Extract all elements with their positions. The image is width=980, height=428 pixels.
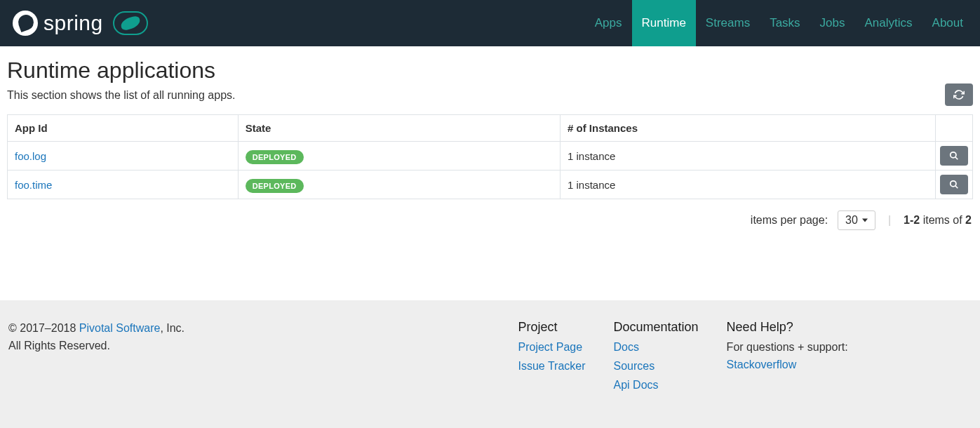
copyright-prefix: © 2017–2018: [8, 322, 79, 334]
per-page-select[interactable]: 30: [838, 210, 875, 230]
footer-docs: Documentation Docs Sources Api Docs: [614, 320, 699, 395]
items-per-page-label: items per page:: [751, 214, 828, 227]
nav-items: AppsRuntimeStreamsTasksJobsAnalyticsAbou…: [585, 0, 973, 46]
page-title: Runtime applications: [7, 58, 973, 83]
col-actions: [936, 115, 973, 142]
nav-item-runtime[interactable]: Runtime: [632, 0, 696, 46]
link-sources[interactable]: Sources: [614, 358, 699, 375]
nav-item-apps[interactable]: Apps: [585, 0, 632, 46]
pager-separator: |: [885, 214, 894, 227]
pagination: items per page: 30 | 1-2 items of 2: [7, 210, 973, 230]
table-header-row: App Id State # of Instances: [8, 115, 973, 142]
company-link[interactable]: Pivotal Software: [79, 322, 161, 334]
col-app-id: App Id: [8, 115, 239, 142]
per-page-value: 30: [845, 214, 858, 227]
docs-heading: Documentation: [614, 320, 699, 335]
refresh-button[interactable]: [945, 83, 973, 106]
company-suffix: , Inc.: [160, 322, 184, 334]
footer-help: Need Help? For questions + support: Stac…: [727, 320, 848, 395]
nav-item-analytics[interactable]: Analytics: [855, 0, 922, 46]
svg-point-2: [951, 181, 956, 187]
svg-line-3: [955, 186, 958, 189]
help-text: For questions + support:: [727, 339, 848, 356]
link-issue-tracker[interactable]: Issue Tracker: [518, 358, 586, 375]
nav-item-about[interactable]: About: [922, 0, 973, 46]
footer: © 2017–2018 Pivotal Software, Inc. All R…: [0, 300, 980, 428]
link-api-docs[interactable]: Api Docs: [614, 377, 699, 394]
caret-down-icon: [862, 218, 868, 223]
app-id-link[interactable]: foo.log: [15, 150, 46, 162]
table-row: foo.logDEPLOYED1 instance: [8, 142, 973, 170]
pager-items-word: items of: [920, 214, 965, 226]
svg-line-1: [955, 157, 958, 160]
apps-table: App Id State # of Instances foo.logDEPLO…: [7, 114, 973, 199]
link-docs[interactable]: Docs: [614, 339, 699, 356]
svg-point-0: [951, 152, 956, 158]
nav-item-jobs[interactable]: Jobs: [810, 0, 855, 46]
inspect-button[interactable]: [940, 175, 968, 194]
help-heading: Need Help?: [727, 320, 848, 335]
state-badge: DEPLOYED: [246, 179, 304, 193]
search-icon: [949, 180, 959, 189]
cloud-leaf-icon: [113, 11, 148, 35]
refresh-icon: [953, 89, 965, 100]
col-instances: # of Instances: [560, 115, 935, 142]
table-row: foo.timeDEPLOYED1 instance: [8, 170, 973, 199]
footer-copyright: © 2017–2018 Pivotal Software, Inc. All R…: [8, 320, 490, 395]
project-heading: Project: [518, 320, 586, 335]
link-project-page[interactable]: Project Page: [518, 339, 586, 356]
nav-item-tasks[interactable]: Tasks: [760, 0, 810, 46]
brand-logo[interactable]: spring: [13, 11, 148, 36]
spring-icon: [13, 11, 38, 36]
instances-cell: 1 instance: [560, 170, 935, 199]
col-state: State: [238, 115, 560, 142]
state-badge: DEPLOYED: [246, 150, 304, 164]
rights-text: All Rights Reserved.: [8, 337, 490, 355]
pager-range: 1-2: [904, 214, 920, 226]
nav-item-streams[interactable]: Streams: [696, 0, 760, 46]
pager-summary: 1-2 items of 2: [904, 214, 972, 227]
navbar: spring AppsRuntimeStreamsTasksJobsAnalyt…: [0, 0, 980, 46]
brand-text: spring: [43, 11, 103, 35]
search-icon: [949, 151, 959, 161]
link-stackoverflow[interactable]: Stackoverflow: [727, 356, 848, 374]
footer-project: Project Project Page Issue Tracker: [518, 320, 586, 395]
instances-cell: 1 instance: [560, 142, 935, 170]
pager-total: 2: [965, 214, 972, 226]
inspect-button[interactable]: [940, 146, 968, 166]
app-id-link[interactable]: foo.time: [15, 179, 52, 191]
main-content: Runtime applications This section shows …: [0, 46, 980, 258]
